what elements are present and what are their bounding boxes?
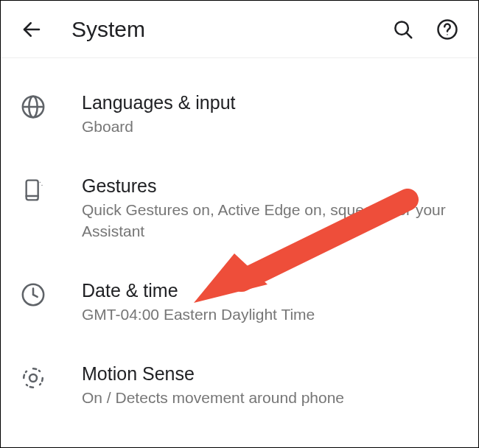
help-button[interactable] [436,18,459,41]
back-button[interactable] [20,18,43,41]
settings-item-gestures[interactable]: Gestures Quick Gestures on, Active Edge … [1,156,478,261]
help-icon [436,18,458,41]
item-subtitle: GMT-04:00 Eastern Daylight Time [82,304,459,325]
svg-point-13 [29,374,37,382]
globe-icon [21,94,46,119]
svg-point-4 [447,34,448,35]
search-icon [392,18,414,41]
svg-point-11 [41,185,42,186]
item-title: Motion Sense [82,363,459,385]
page-title: System [71,17,391,42]
search-button[interactable] [391,18,415,41]
item-subtitle: Quick Gestures on, Active Edge on, squee… [82,200,459,242]
svg-rect-8 [27,181,38,200]
settings-list: Languages & input Gboard Gestures Quick … [1,58,478,428]
item-title: Languages & input [82,92,459,113]
svg-line-2 [406,32,411,38]
header: System [1,1,478,58]
item-subtitle: On / Detects movement around phone [82,388,459,408]
motion-sense-icon [21,365,46,391]
settings-item-motion[interactable]: Motion Sense On / Detects movement aroun… [1,344,478,427]
phone-gesture-icon [21,177,45,203]
item-title: Gestures [82,175,459,197]
header-actions [391,18,459,41]
clock-icon [21,282,46,307]
settings-item-languages[interactable]: Languages & input Gboard [1,73,478,156]
arrow-back-icon [21,18,43,41]
settings-item-datetime[interactable]: Date & time GMT-04:00 Eastern Daylight T… [1,261,478,344]
item-subtitle: Gboard [82,116,459,137]
svg-point-10 [40,182,41,183]
item-title: Date & time [82,280,459,301]
